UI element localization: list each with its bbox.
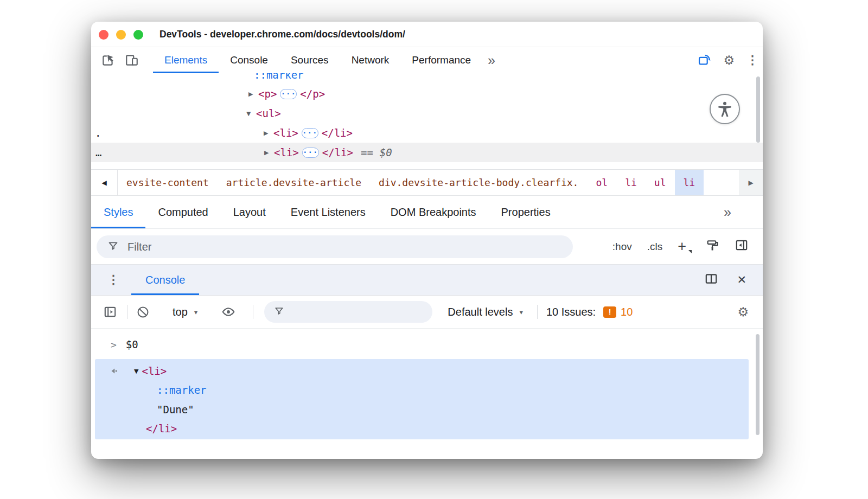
tab-label: Elements	[164, 54, 207, 66]
dom-row-li[interactable]: ▶ <li> ··· </li>	[264, 123, 353, 143]
tab-network[interactable]: Network	[340, 47, 401, 73]
console-filter-field[interactable]	[264, 301, 432, 323]
tab-label: Styles	[104, 206, 133, 219]
drawer-tab-console[interactable]: Console	[131, 265, 199, 295]
toggle-element-state-button[interactable]: :hov	[612, 241, 632, 253]
elements-tree-panel: ::marker ▶ <p> ··· </p> ▼ <ul> ▶ <li> ··…	[91, 73, 763, 169]
tag-open: <li>	[274, 146, 299, 158]
elements-scrollbar[interactable]	[756, 76, 760, 143]
tab-label: Console	[230, 54, 268, 66]
styles-filter-actions: :hov .cls +	[612, 229, 749, 264]
kebab-menu-icon[interactable]: ⋮	[746, 54, 758, 66]
prompt-chevron-icon: >	[111, 339, 117, 350]
new-style-rule-button[interactable]: +	[678, 239, 691, 254]
breadcrumb-item[interactable]: div.devsite-article-body.clearfix.	[370, 170, 587, 195]
dom-node-marker-clipped[interactable]: ::marker	[254, 73, 304, 85]
console-filter-input[interactable]	[291, 306, 424, 318]
paint-roller-icon[interactable]	[706, 239, 719, 255]
text-node: "Dune"	[157, 404, 194, 415]
log-levels-selector[interactable]: Default levels ▾	[448, 306, 523, 318]
tab-label: Sources	[291, 54, 329, 66]
console-command: $0	[126, 338, 138, 350]
result-line: </li>	[95, 419, 749, 438]
result-line: ▼ <li>	[95, 361, 749, 381]
breadcrumb-item[interactable]: evsite-content	[118, 170, 218, 195]
device-toolbar-icon[interactable]	[124, 47, 140, 73]
tab-computed[interactable]: Computed	[145, 196, 220, 228]
expand-arrow-icon[interactable]: ▶	[264, 149, 274, 156]
inline-expand-button[interactable]: ···	[280, 89, 297, 99]
tab-sources[interactable]: Sources	[279, 47, 340, 73]
tab-label: Network	[352, 54, 390, 66]
overflow-text: .	[95, 123, 101, 143]
minimize-window-button[interactable]	[116, 30, 126, 40]
levels-label: Default levels	[448, 306, 513, 318]
console-result-block[interactable]: ▼ <li> ::marker "Dune" </li>	[95, 359, 749, 439]
dom-row-ul[interactable]: ▼ <ul>	[246, 104, 281, 123]
split-panel-icon[interactable]	[704, 272, 718, 288]
tag-close: </li>	[322, 127, 353, 139]
close-window-button[interactable]	[99, 30, 108, 40]
settings-gear-icon[interactable]: ⚙	[723, 54, 735, 67]
breadcrumb-item-selected[interactable]: li	[675, 170, 704, 195]
close-drawer-icon[interactable]: ✕	[737, 273, 746, 286]
tab-label: Console	[145, 274, 185, 286]
breadcrumb-scroll-left-button[interactable]: ◀	[91, 170, 118, 195]
zoom-window-button[interactable]	[133, 30, 143, 40]
element-classes-button[interactable]: .cls	[647, 241, 663, 253]
console-toolbar: top ▾ Default levels ▾ 10 Issues: ! 10 ⚙	[91, 296, 763, 329]
tab-dom-breakpoints[interactable]: DOM Breakpoints	[378, 196, 489, 228]
collapse-arrow-icon[interactable]: ▼	[134, 368, 138, 375]
window-controls	[99, 22, 143, 47]
breadcrumb-item[interactable]: article.devsite-article	[218, 170, 370, 195]
styles-filter-input[interactable]	[127, 241, 562, 253]
styles-filter-field[interactable]	[97, 235, 573, 258]
more-style-tabs-icon[interactable]: »	[724, 196, 731, 228]
expand-arrow-icon[interactable]: ▶	[264, 130, 273, 137]
devtools-window: DevTools - developer.chrome.com/docs/dev…	[91, 22, 763, 459]
chevron-down-icon: ▾	[519, 308, 523, 316]
accessibility-icon[interactable]	[710, 94, 740, 124]
inspect-element-icon[interactable]	[100, 47, 116, 73]
tab-label: Layout	[233, 206, 266, 219]
execution-context-selector[interactable]: top ▾	[173, 306, 197, 318]
tab-layout[interactable]: Layout	[221, 196, 278, 228]
styles-tab-bar: Styles Computed Layout Event Listeners D…	[91, 196, 763, 229]
inline-expand-button[interactable]: ···	[302, 148, 319, 158]
more-tabs-icon[interactable]: »	[482, 47, 501, 73]
filter-icon	[274, 306, 284, 318]
inline-expand-button[interactable]: ···	[302, 128, 318, 138]
tab-elements[interactable]: Elements	[153, 47, 219, 73]
dock-sidebar-icon[interactable]	[735, 238, 749, 255]
issues-label[interactable]: 10 Issues:	[546, 306, 596, 318]
breadcrumb-item[interactable]: ol	[587, 170, 616, 195]
screencast-icon[interactable]	[697, 53, 711, 68]
dom-row-li-selected[interactable]: … ▶ <li> ··· </li> == $0	[91, 143, 763, 162]
tag-open: <li>	[273, 127, 298, 139]
result-line: "Dune"	[95, 400, 749, 419]
tag-close: </li>	[146, 423, 177, 434]
console-command-row[interactable]: > $0	[91, 335, 763, 354]
tab-event-listeners[interactable]: Event Listeners	[278, 196, 378, 228]
breadcrumb: ◀ evsite-content article.devsite-article…	[91, 169, 763, 196]
drawer-header: ⋮ Console ✕	[91, 265, 763, 296]
issue-icon[interactable]: !	[603, 306, 616, 318]
dom-row-p[interactable]: ▶ <p> ··· </p>	[248, 84, 325, 104]
title-bar[interactable]: DevTools - developer.chrome.com/docs/dev…	[91, 22, 763, 47]
console-settings-gear-icon[interactable]: ⚙	[737, 305, 749, 319]
breadcrumb-item[interactable]: ul	[646, 170, 675, 195]
tab-performance[interactable]: Performance	[400, 47, 482, 73]
drawer-menu-icon[interactable]: ⋮	[107, 265, 119, 295]
styles-filter-bar: :hov .cls +	[91, 229, 763, 265]
breadcrumb-scroll-right-button[interactable]: ▶	[739, 170, 763, 195]
collapse-arrow-icon[interactable]: ▼	[246, 110, 256, 117]
tab-properties[interactable]: Properties	[489, 196, 563, 228]
eye-icon[interactable]	[221, 305, 235, 319]
console-sidebar-icon[interactable]	[103, 305, 117, 319]
console-scrollbar[interactable]	[756, 334, 760, 435]
clear-console-icon[interactable]	[136, 305, 150, 319]
expand-arrow-icon[interactable]: ▶	[248, 91, 258, 98]
tab-console[interactable]: Console	[219, 47, 279, 73]
tab-styles[interactable]: Styles	[91, 196, 145, 228]
breadcrumb-item[interactable]: li	[616, 170, 646, 195]
